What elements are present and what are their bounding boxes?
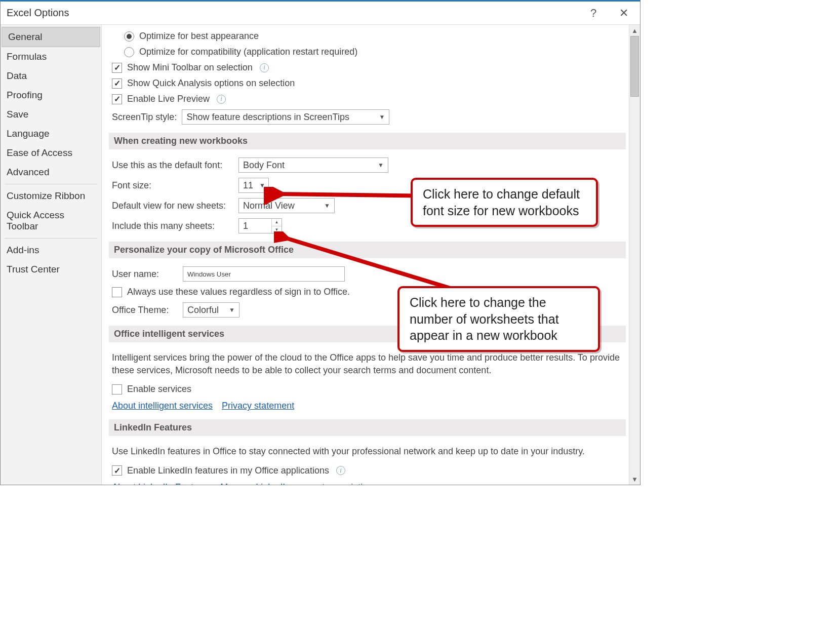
chevron-down-icon: ▼ [324, 202, 330, 209]
sheets-count-label: Include this many sheets: [112, 221, 233, 231]
link-manage-linkedin[interactable]: Manage LinkedIn account associations [220, 482, 377, 485]
scroll-thumb[interactable] [630, 36, 639, 97]
checkbox-always-use-values-label: Always use these values regardless of si… [127, 287, 350, 297]
sidebar-item-ease-of-access[interactable]: Ease of Access [1, 143, 101, 163]
sidebar-item-save[interactable]: Save [1, 105, 101, 124]
close-button[interactable]: ✕ [614, 3, 634, 23]
default-font-combo[interactable]: Body Font ▼ [238, 158, 388, 173]
checkbox-enable-linkedin-label: Enable LinkedIn features in my Office ap… [127, 465, 329, 476]
font-size-combo[interactable]: 11 ▼ [238, 178, 269, 193]
section-header-linkedin: LinkedIn Features [109, 419, 626, 436]
default-view-label: Default view for new sheets: [112, 201, 233, 211]
sidebar-item-trust-center[interactable]: Trust Center [1, 260, 101, 279]
scroll-up-button[interactable]: ▲ [629, 25, 640, 36]
sidebar-item-formulas[interactable]: Formulas [1, 47, 101, 66]
checkbox-enable-services-label: Enable services [127, 384, 191, 395]
default-font-label: Use this as the default font: [112, 160, 233, 171]
sheets-count-spinner[interactable]: 1 ▲ ▼ [238, 218, 282, 233]
font-size-label: Font size: [112, 180, 233, 191]
office-theme-label: Office Theme: [112, 305, 178, 316]
scroll-down-button[interactable]: ▼ [629, 474, 640, 485]
checkbox-always-use-values[interactable] [112, 287, 122, 297]
vertical-scrollbar[interactable]: ▲ ▼ [629, 25, 640, 485]
username-input[interactable] [183, 266, 345, 282]
checkbox-enable-services[interactable] [112, 384, 122, 395]
checkbox-enable-linkedin[interactable] [112, 465, 122, 476]
link-privacy-statement[interactable]: Privacy statement [222, 401, 294, 411]
checkbox-mini-toolbar[interactable] [112, 63, 122, 73]
sidebar-item-proofing[interactable]: Proofing [1, 86, 101, 105]
sidebar-item-general[interactable]: General [2, 27, 100, 47]
section-header-new-workbooks: When creating new workbooks [109, 133, 626, 149]
category-sidebar: General Formulas Data Proofing Save Lang… [1, 25, 102, 485]
radio-optimize-compatibility-label: Optimize for compatibility (application … [139, 47, 357, 57]
chevron-down-icon: ▼ [378, 162, 384, 169]
annotation-callout-2: Click here to change the number of works… [397, 286, 600, 352]
checkbox-quick-analysis-label: Show Quick Analysis options on selection [127, 78, 295, 89]
checkbox-live-preview-label: Enable Live Preview [127, 94, 210, 104]
checkbox-mini-toolbar-label: Show Mini Toolbar on selection [127, 62, 253, 73]
spinner-down-button[interactable]: ▼ [272, 226, 282, 233]
intelligent-services-description: Intelligent services bring the power of … [109, 348, 626, 382]
sidebar-item-customize-ribbon[interactable]: Customize Ribbon [1, 186, 101, 206]
radio-optimize-appearance-label: Optimize for best appearance [139, 31, 259, 42]
excel-options-dialog: Excel Options ? ✕ General Formulas Data … [0, 0, 641, 485]
chevron-down-icon: ▼ [259, 182, 265, 189]
office-theme-combo[interactable]: Colorful ▼ [183, 302, 239, 318]
window-title: Excel Options [7, 7, 69, 19]
titlebar: Excel Options ? ✕ [1, 2, 640, 25]
sidebar-item-advanced[interactable]: Advanced [1, 163, 101, 182]
linkedin-description: Use LinkedIn features in Office to stay … [109, 442, 626, 463]
sidebar-item-language[interactable]: Language [1, 124, 101, 143]
chevron-down-icon: ▼ [379, 113, 385, 121]
sidebar-item-quick-access-toolbar[interactable]: Quick Access Toolbar [1, 206, 101, 236]
sidebar-item-add-ins[interactable]: Add-ins [1, 241, 101, 260]
help-button[interactable]: ? [583, 3, 604, 23]
radio-optimize-appearance[interactable] [124, 31, 134, 42]
link-about-linkedin[interactable]: About LinkedIn Features [112, 482, 211, 485]
checkbox-quick-analysis[interactable] [112, 78, 122, 89]
info-icon[interactable]: i [217, 95, 226, 104]
chevron-down-icon: ▼ [229, 306, 235, 313]
sidebar-item-data[interactable]: Data [1, 66, 101, 86]
radio-optimize-compatibility[interactable] [124, 47, 134, 57]
info-icon[interactable]: i [260, 63, 269, 72]
section-header-personalize: Personalize your copy of Microsoft Offic… [109, 242, 626, 258]
info-icon[interactable]: i [336, 466, 345, 475]
link-about-intelligent-services[interactable]: About intelligent services [112, 401, 213, 411]
checkbox-live-preview[interactable] [112, 94, 122, 104]
spinner-up-button[interactable]: ▲ [272, 219, 282, 226]
username-label: User name: [112, 269, 178, 280]
default-view-combo[interactable]: Normal View ▼ [238, 198, 335, 213]
annotation-callout-1: Click here to change default font size f… [411, 178, 598, 227]
options-content-pane[interactable]: Optimize for best appearance Optimize fo… [102, 25, 640, 485]
screentip-style-combo[interactable]: Show feature descriptions in ScreenTips … [182, 109, 389, 125]
screentip-style-label: ScreenTip style: [112, 112, 177, 123]
